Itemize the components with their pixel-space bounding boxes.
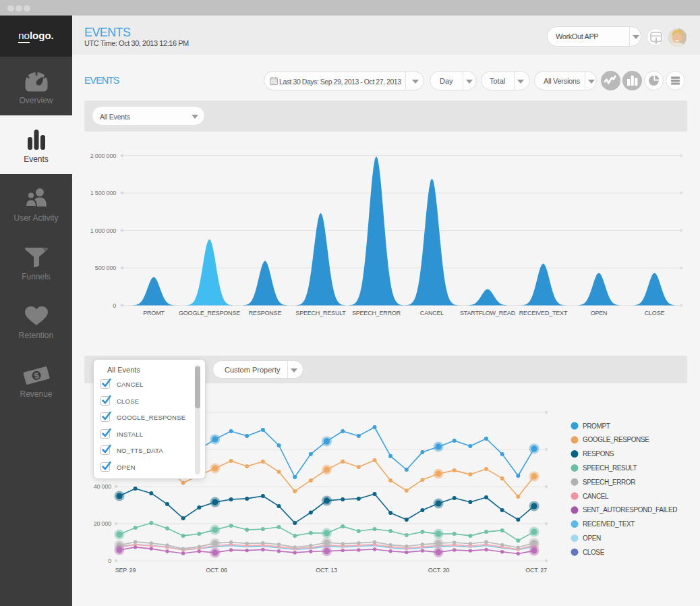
svg-text:GOOGLE_RESPONSE: GOOGLE_RESPONSE — [583, 436, 649, 443]
svg-text:CANCEL: CANCEL — [583, 493, 609, 500]
svg-text:RESPONSE: RESPONSE — [249, 310, 282, 316]
svg-text:OPEN: OPEN — [583, 534, 601, 542]
svg-text:SPEECH_ERROR: SPEECH_ERROR — [352, 310, 401, 316]
svg-text:SPEECH_ERROR: SPEECH_ERROR — [583, 478, 635, 486]
svg-text:OCT. 13: OCT. 13 — [316, 567, 337, 574]
svg-text:500 000: 500 000 — [95, 265, 116, 271]
svg-text:20 000: 20 000 — [94, 520, 112, 527]
svg-text:1 500 000: 1 500 000 — [90, 190, 116, 196]
svg-text:STARTFLOW_READ: STARTFLOW_READ — [460, 310, 516, 316]
svg-text:RECEIVED_TEXT: RECEIVED_TEXT — [583, 520, 635, 528]
svg-text:40 000: 40 000 — [94, 483, 112, 490]
svg-text:0: 0 — [108, 557, 111, 564]
svg-text:SENT_AUTORESPOND_FAILED: SENT_AUTORESPOND_FAILED — [583, 506, 677, 514]
svg-text:OCT. 20: OCT. 20 — [428, 567, 450, 574]
svg-text:OPEN: OPEN — [591, 310, 608, 316]
svg-text:SEP. 29: SEP. 29 — [115, 567, 136, 574]
svg-text:SPEECH_RESULT: SPEECH_RESULT — [295, 310, 346, 316]
svg-text:SPEECH_RESULT: SPEECH_RESULT — [583, 464, 637, 472]
svg-text:PROMPT: PROMPT — [583, 422, 610, 430]
svg-text:OCT. 06: OCT. 06 — [206, 567, 227, 574]
svg-text:RECEIVED_TEXT: RECEIVED_TEXT — [519, 310, 568, 316]
svg-text:PROMT: PROMT — [143, 310, 165, 316]
svg-text:CANCEL: CANCEL — [420, 310, 444, 316]
svg-text:RESPONS: RESPONS — [583, 450, 614, 458]
svg-text:OCT. 27: OCT. 27 — [525, 567, 547, 574]
svg-text:0: 0 — [113, 302, 116, 309]
svg-text:1 000 000: 1 000 000 — [90, 227, 116, 234]
svg-text:GOOGLE_RESPONSE: GOOGLE_RESPONSE — [179, 310, 240, 316]
svg-text:2 000 000: 2 000 000 — [90, 153, 116, 159]
svg-text:CLOSE: CLOSE — [583, 549, 605, 556]
svg-text:CLOSE: CLOSE — [645, 310, 665, 316]
